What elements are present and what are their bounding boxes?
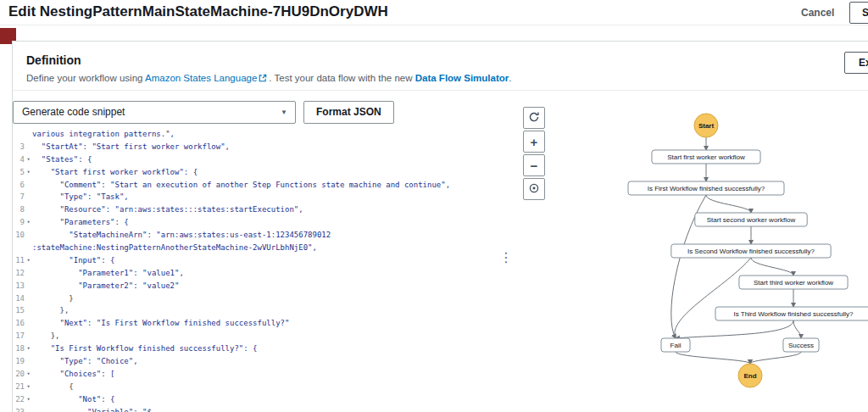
definition-heading: Definition — [26, 53, 81, 67]
graph-edge — [675, 258, 751, 338]
fold-arrow-icon[interactable]: ▾ — [25, 216, 32, 229]
fold-spacer — [25, 292, 32, 305]
state-node[interactable]: Success — [783, 338, 819, 352]
generate-code-snippet-dropdown[interactable]: Generate code snippet ▼ — [13, 101, 296, 124]
code-text: :stateMachine:NestingPatternAnotherState… — [32, 242, 317, 254]
fold-arrow-icon[interactable]: ▾ — [25, 381, 32, 393]
fold-spacer — [25, 355, 32, 368]
code-text: } — [32, 292, 74, 305]
code-line: 15 }, — [13, 304, 504, 317]
code-line: 18▾ "Is First Workflow finished successf… — [13, 342, 504, 355]
minus-icon: − — [531, 159, 538, 173]
code-text: "StateMachineArn": "arn:aws:states:us-ea… — [32, 229, 331, 242]
state-node[interactable]: Start first worker workflow — [652, 150, 760, 164]
amazon-states-language-link[interactable]: Amazon States Language — [145, 73, 257, 83]
code-text: { — [32, 381, 74, 393]
graph-edge — [793, 320, 801, 338]
center-target-icon — [528, 182, 540, 197]
pane-resize-handle[interactable]: ⋮ — [499, 248, 509, 268]
code-line: 7 "Type": "Task", — [13, 191, 504, 203]
code-line: 21▾ { — [13, 381, 504, 393]
description-text: Define your workflow using — [26, 73, 145, 83]
code-editor[interactable]: various integration patterns.",3 "StartA… — [13, 125, 504, 412]
line-number: 15 — [13, 304, 25, 317]
code-line: 20▾ "Choices": [ — [13, 368, 504, 381]
fold-spacer — [25, 317, 32, 330]
page-title: Edit NestingPatternMainStateMachine-7HU9… — [8, 3, 388, 20]
line-number: 8 — [13, 203, 25, 216]
code-text: "StartAt": "Start first worker workflow"… — [32, 141, 230, 153]
node-label: Is Second Workflow finished successfully… — [687, 248, 815, 255]
node-label: Fail — [670, 342, 682, 349]
code-text: "Resource": "arn:aws:states:::states:sta… — [32, 203, 303, 216]
state-node[interactable]: Is First Workflow finished successfully? — [628, 181, 784, 195]
state-node[interactable]: Is Second Workflow finished successfully… — [671, 244, 831, 258]
line-number: 21 — [13, 381, 25, 393]
workflow-graph: StartStart first worker workflowIs First… — [542, 102, 868, 412]
fold-arrow-icon[interactable]: ▾ — [25, 342, 32, 355]
code-line: 10 "StateMachineArn": "arn:aws:states:us… — [13, 229, 504, 242]
node-label: Start second worker workflow — [707, 216, 796, 224]
format-json-button[interactable]: Format JSON — [303, 101, 394, 124]
line-number: 10 — [13, 229, 25, 242]
code-text: "Comment": "Start an execution of anothe… — [32, 179, 450, 192]
plus-icon: + — [531, 135, 538, 149]
fold-arrow-icon[interactable]: ▾ — [25, 368, 32, 381]
state-node[interactable]: Fail — [661, 338, 690, 352]
line-number: 17 — [13, 330, 25, 342]
code-text: "Not": { — [32, 393, 115, 406]
graph-edge — [750, 352, 801, 364]
state-node[interactable]: Start third worker workflow — [739, 276, 848, 289]
code-line: 9▾ "Parameters": { — [13, 216, 504, 229]
fold-arrow-icon[interactable]: ▾ — [25, 153, 32, 166]
section-divider — [13, 90, 868, 91]
line-number: 20 — [13, 368, 25, 381]
code-line: 3 "StartAt": "Start first worker workflo… — [13, 141, 504, 153]
export-button[interactable]: Export — [844, 52, 868, 74]
code-line: 22▾ "Not": { — [13, 393, 504, 406]
code-text: "Parameters": { — [32, 216, 129, 229]
line-number: 9 — [13, 216, 25, 229]
code-line: 17 }, — [13, 330, 504, 342]
line-number: 14 — [13, 292, 25, 305]
code-text: "Type": "Task", — [32, 191, 129, 203]
line-number: 23 — [13, 406, 25, 412]
state-node[interactable]: Start second worker workflow — [695, 213, 807, 226]
save-button[interactable]: Save — [849, 2, 868, 24]
fold-spacer — [25, 128, 32, 141]
top-bar: Edit NestingPatternMainStateMachine-7HU9… — [0, 0, 868, 25]
cancel-button[interactable]: Cancel — [801, 7, 834, 19]
code-text: "States": { — [32, 153, 92, 166]
node-label: Start — [698, 122, 715, 130]
code-text: }, — [32, 304, 69, 317]
code-text: "Start first worker workflow": { — [32, 166, 198, 179]
node-label: Start third worker workflow — [754, 279, 833, 287]
code-text: "Parameter2": "value2" — [32, 280, 179, 292]
page: { "colors": { "accent_link": "#0073bb", … — [0, 0, 868, 412]
fold-spacer — [25, 191, 32, 203]
fold-arrow-icon[interactable]: ▾ — [25, 393, 32, 406]
graph-edge — [676, 352, 750, 364]
graph-edge — [751, 258, 793, 276]
fold-spacer — [25, 203, 32, 216]
fold-spacer — [25, 406, 32, 412]
fold-arrow-icon[interactable]: ▾ — [25, 166, 32, 179]
data-flow-simulator-link[interactable]: Data Flow Simulator — [415, 73, 509, 83]
dropdown-selected-value: Generate code snippet — [22, 106, 125, 118]
external-link-icon — [259, 74, 267, 84]
state-node[interactable]: Is Third Workflow finished successfully? — [715, 307, 868, 320]
code-text: various integration patterns.", — [32, 128, 175, 141]
line-number: 5 — [13, 166, 25, 179]
code-line: 6 "Comment": "Start an execution of anot… — [13, 179, 504, 192]
code-line: 16 "Next": "Is First Workflow finished s… — [13, 317, 504, 330]
code-text: "Choices": [ — [32, 368, 115, 381]
line-number: 11 — [13, 254, 25, 267]
fold-spacer — [25, 267, 32, 280]
refresh-icon — [528, 111, 540, 125]
code-text: "Type": "Choice", — [32, 355, 138, 368]
node-label: Start first worker workflow — [667, 153, 745, 161]
fold-arrow-icon[interactable]: ▾ — [25, 254, 32, 267]
description-text: . — [509, 73, 511, 83]
code-line: 5▾ "Start first worker workflow": { — [13, 166, 504, 179]
code-text: }, — [32, 330, 60, 342]
